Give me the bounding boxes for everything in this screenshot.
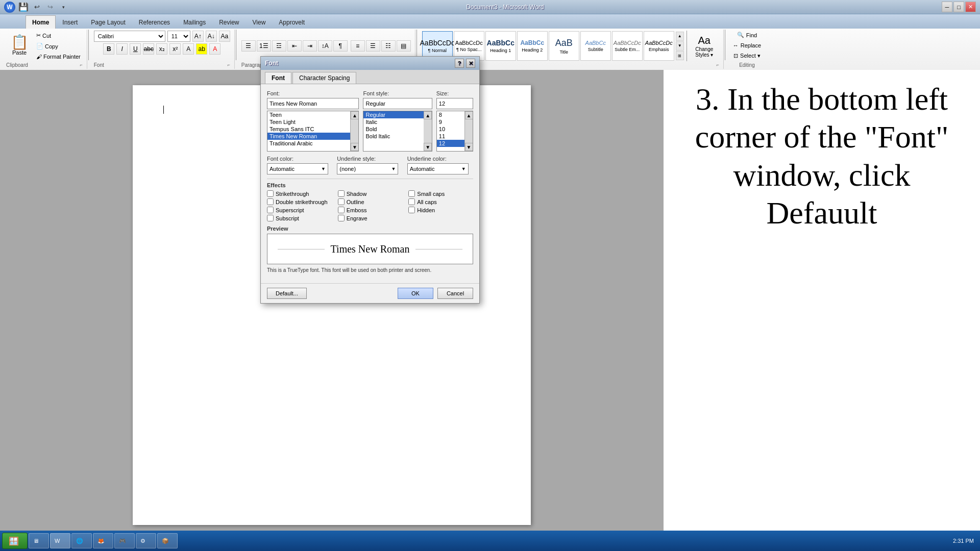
effect-strikethrough-check[interactable] bbox=[267, 190, 274, 197]
copy-button[interactable]: 📄 Copy bbox=[34, 42, 83, 51]
font-dialog-close-btn[interactable]: ✕ bbox=[466, 59, 475, 68]
grow-font-button[interactable]: A↑ bbox=[192, 31, 204, 42]
bullets-button[interactable]: ☰ bbox=[241, 40, 256, 52]
taskbar-item-firefox[interactable]: 🦊 bbox=[93, 533, 113, 548]
superscript-button[interactable]: x² bbox=[169, 43, 181, 55]
clear-formatting-button[interactable]: Aa bbox=[219, 31, 230, 42]
tab-mailings[interactable]: Mailings bbox=[177, 15, 212, 29]
effect-emboss[interactable]: Emboss bbox=[338, 207, 403, 213]
style-list-item-italic[interactable]: Italic bbox=[363, 118, 423, 126]
bold-button[interactable]: B bbox=[103, 43, 114, 55]
shrink-font-button[interactable]: A↓ bbox=[206, 31, 217, 42]
qat-more-btn[interactable]: ▾ bbox=[58, 2, 68, 12]
font-dialog-launcher[interactable]: ⌐ bbox=[227, 62, 230, 68]
effect-double-strikethrough[interactable]: Double strikethrough bbox=[267, 198, 332, 205]
taskbar-item-misc2[interactable]: 📦 bbox=[157, 533, 178, 548]
font-name-selector[interactable]: Calibri bbox=[94, 31, 165, 42]
cut-button[interactable]: ✂ Cut bbox=[34, 31, 83, 40]
style-list-item-bold-italic[interactable]: Bold Italic bbox=[363, 133, 423, 140]
effect-all-caps-check[interactable] bbox=[408, 198, 415, 205]
effect-subscript-check[interactable] bbox=[267, 215, 274, 221]
effect-hidden-check[interactable] bbox=[408, 207, 415, 213]
effect-superscript-check[interactable] bbox=[267, 207, 274, 213]
effect-shadow-check[interactable] bbox=[338, 190, 345, 197]
tab-page-layout[interactable]: Page Layout bbox=[84, 15, 132, 29]
size-list-item-10[interactable]: 10 bbox=[437, 126, 464, 133]
font-size-input[interactable] bbox=[436, 98, 473, 109]
effect-shadow[interactable]: Shadow bbox=[338, 190, 403, 197]
align-right-button[interactable]: ☷ bbox=[381, 40, 396, 52]
effect-engrave-check[interactable] bbox=[338, 215, 345, 221]
size-list-item-12[interactable]: 12 bbox=[437, 140, 464, 147]
taskbar-item-word[interactable]: W bbox=[50, 533, 70, 548]
taskbar-item-misc1[interactable]: ⚙ bbox=[136, 533, 156, 548]
size-list-scroll-up[interactable]: ▲ bbox=[465, 111, 473, 119]
format-painter-button[interactable]: 🖌 Format Painter bbox=[34, 53, 83, 61]
effect-all-caps[interactable]: All caps bbox=[408, 198, 473, 205]
style-list-item-bold[interactable]: Bold bbox=[363, 126, 423, 133]
tab-references[interactable]: References bbox=[132, 15, 177, 29]
font-list-item-times[interactable]: Times New Roman bbox=[267, 133, 350, 140]
effect-emboss-check[interactable] bbox=[338, 207, 345, 213]
effect-outline[interactable]: Outline bbox=[338, 198, 403, 205]
effect-strikethrough[interactable]: Strikethrough bbox=[267, 190, 332, 197]
font-list-item-traditional-arabic[interactable]: Traditional Arabic bbox=[267, 140, 350, 147]
style-emphasis[interactable]: AaBbCcDc Emphasis bbox=[644, 31, 674, 61]
taskbar-item-1[interactable]: 🖥 bbox=[29, 533, 49, 548]
paste-button[interactable]: 📋 Paste bbox=[6, 31, 33, 60]
taskbar-item-ie[interactable]: 🌐 bbox=[71, 533, 92, 548]
styles-dialog-launcher[interactable]: ⌐ bbox=[716, 62, 719, 68]
style-list-scroll-up[interactable]: ▲ bbox=[424, 111, 432, 119]
effect-hidden[interactable]: Hidden bbox=[408, 207, 473, 213]
effect-outline-check[interactable] bbox=[338, 198, 345, 205]
font-list-item-tempus[interactable]: Tempus Sans ITC bbox=[267, 126, 350, 133]
underline-color-dropdown[interactable]: Automatic ▼ bbox=[407, 163, 469, 174]
align-center-button[interactable]: ☰ bbox=[366, 40, 380, 52]
size-list-item-8[interactable]: 8 bbox=[437, 111, 464, 118]
underline-button[interactable]: U bbox=[130, 43, 141, 55]
italic-button[interactable]: I bbox=[116, 43, 128, 55]
sort-button[interactable]: ↕A bbox=[318, 40, 332, 52]
start-button[interactable]: 🪟 bbox=[2, 533, 28, 549]
font-dialog-help-btn[interactable]: ? bbox=[455, 59, 464, 68]
style-heading1[interactable]: AaBbCc Heading 1 bbox=[485, 31, 516, 61]
font-list-scroll-up[interactable]: ▲ bbox=[351, 111, 359, 119]
font-tab-character-spacing[interactable]: Character Spacing bbox=[292, 72, 356, 84]
multilevel-list-button[interactable]: ☲ bbox=[272, 40, 286, 52]
cancel-button[interactable]: Cancel bbox=[437, 288, 473, 299]
subscript-button[interactable]: x₂ bbox=[156, 43, 167, 55]
tab-approvelt[interactable]: Approvelt bbox=[272, 15, 311, 29]
quick-undo-btn[interactable]: ↩ bbox=[32, 2, 42, 12]
default-button[interactable]: Default... bbox=[267, 288, 307, 299]
numbering-button[interactable]: 1☰ bbox=[257, 40, 271, 52]
tab-home[interactable]: Home bbox=[26, 15, 56, 29]
style-title[interactable]: AaB Title bbox=[549, 31, 579, 61]
tab-insert[interactable]: Insert bbox=[56, 15, 84, 29]
office-orb[interactable]: W bbox=[4, 2, 15, 13]
quick-save-btn[interactable]: 💾 bbox=[18, 2, 29, 12]
text-effects-button[interactable]: A bbox=[183, 43, 194, 55]
style-list-scroll-down[interactable]: ▼ bbox=[424, 143, 432, 151]
taskbar-item-steam[interactable]: 🎮 bbox=[114, 533, 135, 548]
effect-small-caps-check[interactable] bbox=[408, 190, 415, 197]
highlight-color-button[interactable]: ab bbox=[196, 43, 207, 55]
font-style-input[interactable] bbox=[363, 98, 432, 109]
effect-double-strikethrough-check[interactable] bbox=[267, 198, 274, 205]
show-marks-button[interactable]: ¶ bbox=[333, 40, 348, 52]
size-list-item-9[interactable]: 9 bbox=[437, 118, 464, 126]
effect-engrave[interactable]: Engrave bbox=[338, 215, 403, 221]
size-list-item-11[interactable]: 11 bbox=[437, 133, 464, 140]
font-name-input[interactable] bbox=[267, 98, 359, 109]
style-list-item-regular[interactable]: Regular bbox=[363, 111, 423, 118]
tab-view[interactable]: View bbox=[246, 15, 273, 29]
font-color-button[interactable]: A bbox=[209, 43, 220, 55]
change-styles-button[interactable]: Aa ChangeStyles ▾ bbox=[690, 31, 719, 61]
font-size-selector[interactable]: 11 bbox=[167, 31, 190, 42]
increase-indent-button[interactable]: ⇥ bbox=[303, 40, 317, 52]
effect-subscript[interactable]: Subscript bbox=[267, 215, 332, 221]
font-dialog[interactable]: Font ? ✕ Font Character Spacing Font: Te… bbox=[260, 56, 480, 304]
minimize-btn[interactable]: ─ bbox=[942, 2, 952, 12]
style-subtitle[interactable]: AaBbCc Subtitle bbox=[580, 31, 611, 61]
font-list-scroll-down[interactable]: ▼ bbox=[351, 143, 359, 151]
style-subtle-emphasis[interactable]: AaBbCcDc Subtle Em... bbox=[612, 31, 643, 61]
